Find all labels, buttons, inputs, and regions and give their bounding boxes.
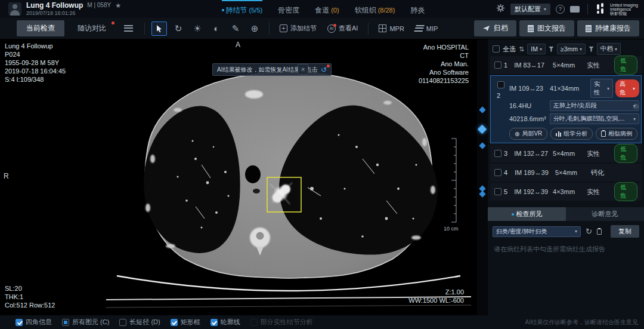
window-preset-tool[interactable]: ◐ (209, 21, 224, 36)
messages-icon[interactable] (570, 6, 580, 13)
series-filter-select[interactable]: IM ▾ (527, 44, 546, 54)
row-checkbox[interactable] (497, 81, 504, 88)
filter-funnel-icon[interactable] (549, 47, 554, 52)
risk-filter-select[interactable]: 中档 ▾ (597, 43, 621, 55)
pointer-tool[interactable] (151, 21, 167, 36)
tab-esophagus[interactable]: 食道 (0) (315, 0, 339, 18)
star-icon[interactable]: ★ (115, 2, 121, 9)
nodule-row-selected[interactable]: 2 IM 109↔23 41×34mm 实性 ▾ 高危 ▾ (490, 75, 642, 143)
chevron-down-icon: ▾ (540, 47, 542, 52)
local-vr-button[interactable]: ⊕ 局部VR (509, 128, 547, 140)
row-checkbox[interactable] (494, 150, 501, 157)
notification-dot (112, 21, 114, 24)
ct-viewport[interactable]: 10 cm Lung 4 Followup P024 1955-09-28 M … (0, 39, 477, 315)
row-settings-icon[interactable]: ◎ (633, 102, 639, 110)
size-filter-select[interactable]: ≥3mm ▾ (557, 44, 586, 54)
option-contour[interactable]: 轮廓线 (210, 318, 240, 327)
archive-button[interactable]: 归档 (474, 20, 516, 36)
mpr-grid-icon (379, 24, 386, 32)
similar-cases-button[interactable]: 相似病例 (596, 128, 637, 140)
tab-bone-density[interactable]: 骨密度 (278, 0, 299, 18)
nodule-location-select[interactable]: 左肺上叶/尖后段 ▾ (550, 100, 639, 111)
checkbox-checked[interactable] (171, 319, 178, 326)
restore-ai-icon[interactable]: ↺ (321, 66, 327, 74)
row-number: 2 (497, 92, 505, 99)
copy-clipboard-icon[interactable] (597, 229, 602, 235)
document-icon (528, 25, 534, 32)
select-all-label: 全选 (503, 45, 516, 54)
nodule-features-select[interactable]: 分叶,毛刺,胸膜凹陷,空洞,... ▾ (550, 113, 639, 124)
option-corner-info[interactable]: 四角信息 (16, 318, 52, 327)
select-all-checkbox[interactable] (493, 45, 500, 53)
nodule-row[interactable]: 1 IM 83↔17 5×4mm 实性 低危 (490, 56, 642, 74)
checkbox-partial[interactable] (62, 319, 69, 326)
nodule-list-icon[interactable] (124, 25, 133, 32)
row-size: 41×34mm (550, 85, 588, 92)
overlay-patient-info: Lung 4 Followup P024 1955-09-28 M 58Y 20… (5, 42, 66, 84)
tab-lung-nodule[interactable]: 肺结节 (5/5) (222, 0, 263, 18)
tab-count: (0) (331, 7, 339, 14)
patient-avatar[interactable] (8, 2, 21, 16)
checkbox-checked[interactable] (210, 319, 218, 326)
window-level-tool[interactable]: ☀ (190, 21, 205, 36)
archive-label: 归档 (494, 23, 508, 33)
chevron-down-icon: ▾ (575, 229, 577, 234)
nodule-row[interactable]: 5 IM 192↔39 4×3mm 实性 低危 (490, 183, 642, 201)
mip-stack-icon (414, 25, 425, 32)
help-icon[interactable]: ? (556, 5, 565, 14)
sort-icon[interactable]: ⇅ (519, 45, 524, 53)
mip-button[interactable]: MIP (411, 25, 442, 32)
lung-health-report-button[interactable]: 肺健康报告 (577, 20, 639, 36)
tab-findings[interactable]: 检查所见 (488, 207, 566, 221)
option-all-graphics[interactable]: 所有图元 (C) (62, 318, 109, 327)
followup-compare-button[interactable]: 随访对比 (68, 20, 116, 36)
nodule-row[interactable]: 4 IM 189↔39 5×4mm 钙化 (490, 164, 642, 182)
nodule-type-select[interactable]: 实性 ▾ (590, 79, 613, 98)
graphic-report-button[interactable]: 图文报告 (519, 20, 574, 36)
checkbox-unchecked[interactable] (119, 319, 126, 326)
row-size: 5×4mm (553, 62, 584, 69)
slice-marker[interactable] (479, 106, 485, 113)
filter-funnel-icon[interactable] (589, 47, 594, 52)
graphic-report-label: 图文报告 (537, 23, 566, 33)
row-checkbox[interactable] (494, 188, 501, 195)
mpr-label: MPR (389, 25, 404, 32)
add-nodule-button[interactable]: + 添加结节 (276, 24, 320, 33)
row-checkbox[interactable] (494, 169, 501, 176)
row-volume: 40218.6mm³ (509, 115, 547, 122)
close-icon[interactable]: × (298, 64, 308, 75)
risk-badge-high[interactable]: 高危 ▾ (615, 79, 639, 97)
slice-marker[interactable] (479, 142, 485, 149)
settings-gear-icon[interactable] (496, 4, 505, 15)
row-checkbox[interactable] (494, 62, 501, 69)
slice-marker[interactable] (479, 190, 485, 197)
slice-slider[interactable] (477, 39, 488, 315)
measure-tool[interactable]: ⊕ (247, 21, 262, 36)
tab-count: (5/5) (249, 7, 263, 14)
tab-pneumonia[interactable]: 肺炎 (410, 0, 425, 18)
add-nodule-label: 添加结节 (290, 24, 317, 33)
report-template-select[interactable]: 归类/密度/肺叶归类 ▾ (493, 226, 581, 237)
refresh-icon[interactable]: ↻ (586, 227, 592, 236)
reset-view-tool[interactable]: ↻ (171, 21, 186, 36)
option-rect-box[interactable]: 矩形框 (171, 318, 200, 327)
current-exam-button[interactable]: 当前检查 (17, 20, 64, 36)
notification-dot (333, 24, 336, 27)
option-diameters[interactable]: 长短径 (D) (119, 318, 160, 327)
slice-marker-selected[interactable] (478, 125, 487, 134)
view-ai-button[interactable]: AI 查看AI (324, 24, 361, 33)
annotate-tool[interactable]: ✎ (228, 21, 243, 36)
row-image-index: IM 192↔39 (514, 188, 550, 195)
radiomics-analysis-button[interactable]: 组学分析 (550, 128, 593, 140)
mpr-button[interactable]: MPR (375, 24, 407, 32)
tab-diagnosis[interactable]: 诊断意见 (566, 207, 644, 221)
row-number: 5 (504, 188, 512, 195)
tab-soft-tissue[interactable]: 软组织 (8/28) (355, 0, 395, 18)
config-select[interactable]: 默认配置 ▾ (510, 4, 550, 15)
ruler-label: 10 cm (444, 226, 459, 232)
row-size: 5×4mm (555, 169, 589, 176)
checkbox-checked[interactable] (16, 319, 23, 326)
toolbar-actions: 归档 图文报告 肺健康报告 (474, 20, 639, 36)
nodule-row[interactable]: 3 IM 132↔27 5×4mm 实性 低危 (490, 144, 642, 162)
copy-button[interactable]: 复制 (611, 225, 639, 238)
